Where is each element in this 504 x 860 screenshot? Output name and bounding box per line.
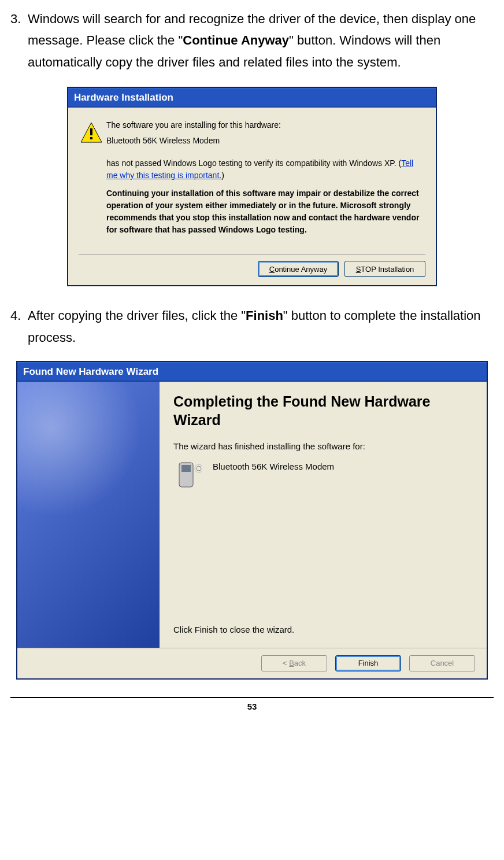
svg-rect-4 — [181, 465, 191, 472]
dialog2-button-row: < Back Finish Cancel — [17, 648, 487, 678]
hardware-installation-dialog: Hardware Installation The software you a… — [67, 87, 437, 286]
modem-device-icon — [173, 459, 202, 494]
svg-rect-2 — [90, 137, 92, 139]
step-3-number: 3. — [10, 8, 28, 73]
step-4-text: After copying the driver files, click th… — [28, 305, 494, 348]
dialog1-content: The software you are installing for this… — [106, 119, 424, 239]
cancel-button[interactable]: Cancel — [409, 655, 475, 671]
warning-icon — [80, 119, 106, 239]
finish-button[interactable]: Finish — [335, 655, 401, 671]
device-row: Bluetooth 56K Wireless Modem — [173, 459, 472, 494]
back-button[interactable]: < Back — [261, 655, 327, 671]
wizard-line1: The wizard has finished installing the s… — [173, 439, 472, 454]
step-3-text: Windows will search for and recognize th… — [28, 8, 494, 73]
wizard-device-name: Bluetooth 56K Wireless Modem — [213, 459, 334, 474]
wizard-close-text: Click Finish to close the wizard. — [173, 622, 472, 637]
svg-rect-1 — [90, 128, 92, 135]
dialog1-button-row: Continue Anyway STOP Installation — [79, 254, 425, 277]
footer-rule — [10, 697, 494, 698]
step-4: 4. After copying the driver files, click… — [10, 305, 494, 348]
dialog1-titlebar: Hardware Installation — [68, 88, 436, 108]
svg-point-5 — [197, 466, 201, 471]
step-3: 3. Windows will search for and recognize… — [10, 8, 494, 73]
wizard-side-banner — [17, 382, 160, 648]
dialog2-body: Completing the Found New Hardware Wizard… — [17, 382, 487, 648]
dialog2-titlebar: Found New Hardware Wizard — [17, 362, 487, 382]
found-new-hardware-wizard-dialog: Found New Hardware Wizard Completing the… — [16, 361, 488, 680]
stop-installation-button[interactable]: STOP Installation — [344, 261, 425, 277]
dialog1-compat-text: has not passed Windows Logo testing to v… — [106, 157, 424, 182]
wizard-content: Completing the Found New Hardware Wizard… — [160, 382, 487, 648]
dialog1-line1: The software you are installing for this… — [106, 119, 424, 131]
dialog1-body: The software you are installing for this… — [68, 108, 436, 248]
continue-anyway-button[interactable]: Continue Anyway — [258, 261, 339, 277]
dialog1-warning-paragraph: Continuing your installation of this sof… — [106, 187, 424, 236]
wizard-heading: Completing the Found New Hardware Wizard — [173, 392, 472, 430]
hardware-installation-dialog-wrap: Hardware Installation The software you a… — [10, 87, 494, 286]
step-4-number: 4. — [10, 305, 28, 348]
page-number: 53 — [10, 699, 494, 718]
dialog1-device: Bluetooth 56K Wireless Modem — [106, 135, 424, 147]
